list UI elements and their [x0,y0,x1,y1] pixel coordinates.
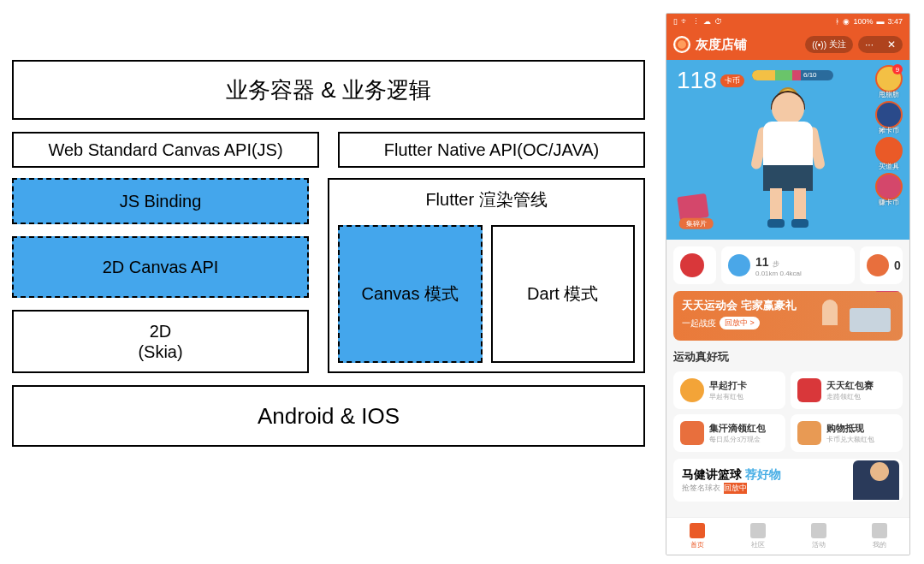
rank-card[interactable] [673,246,716,284]
debug-badge[interactable]: Debug [875,291,903,292]
activity-card[interactable]: 0 [860,246,903,284]
community-icon [750,523,766,538]
grid-item[interactable]: 集汗滴领红包每日瓜分3万现金 [673,414,785,452]
sim-icon: ▯ [673,17,678,26]
side-action-0[interactable]: 9 甩脂肪 [875,65,903,92]
alarm-icon [680,378,704,402]
promo-title-a: 马健讲篮球 [682,467,742,481]
person-icon [872,523,887,538]
tab-activity[interactable]: 活动 [788,518,849,555]
app-preview: ▯ ᯤ ⋮ ☁ ⏱ ᚼ ◉ 100% ▬ 3:47 灰度店铺 ((•)) 关注 … [666,13,910,555]
banner-illustration [822,294,899,337]
grid-sub: 每日瓜分3万现金 [709,435,766,444]
grid-sub: 卡币兑大额红包 [826,435,874,444]
grid-title: 早起打卡 [709,379,747,392]
status-left-icons: ▯ ᯤ ⋮ ☁ ⏱ [673,17,722,26]
activity-value: 0 [894,258,901,272]
tab-label: 我的 [873,540,886,549]
side-label: 摊卡币 [877,126,901,135]
promo-person-head [870,462,889,481]
arch-top: 业务容器 & 业务逻辑 [12,60,645,120]
arch-flutter-pipeline-title: Flutter 渲染管线 [425,188,547,211]
home-icon [690,523,705,538]
character-avatar[interactable] [741,92,835,229]
arch-skia-line2: (Skia) [138,341,182,362]
wifi-icon: ᯤ [681,17,689,26]
collect-chip[interactable]: 集碎片 [677,193,709,221]
footsteps-icon [728,254,750,276]
arch-canvas-mode: Canvas 模式 [338,225,483,363]
grid-item[interactable]: 购物抵现卡币兑大额红包 [791,414,903,452]
km-value: 0.01 [755,270,769,277]
steps-card[interactable]: 11 步 0.01km 0.4kcal [721,246,855,284]
tab-label: 活动 [812,540,826,549]
wallet-icon [680,421,704,445]
grid-item[interactable]: 早起打卡早起有红包 [673,371,785,409]
arch-web-api: Web Standard Canvas API(JS) [12,132,319,168]
score-badge: 卡币 [720,74,744,87]
grid-sub: 走路领红包 [826,392,874,401]
promo-title-b: 荐好物 [745,467,781,481]
mute-icon: ◉ [843,17,850,26]
grid-title: 购物抵现 [826,422,874,435]
close-button[interactable]: ✕ [880,36,903,53]
side-action-3[interactable]: 赚卡币 [875,173,903,200]
arch-skia: 2D (Skia) [12,310,309,373]
banner-sub: 一起战疫 [682,318,716,329]
tab-label: 社区 [751,540,765,549]
redpacket-icon [797,378,821,402]
score-value: 118 [677,67,717,94]
fun-sports-section: 运动真好玩 早起打卡早起有红包 天天红包赛走路领红包 集汗滴领红包每日瓜分3万现… [673,349,903,452]
promo-pill[interactable]: 回放中 [724,483,747,494]
side-label: 甩脂肪 [877,90,901,99]
arch-flutter-api: Flutter Native API(OC/JAVA) [338,132,645,168]
arch-js-binding: JS Binding [12,178,309,224]
steps-unit: 步 [773,260,779,268]
grid-title: 集汗滴领红包 [709,422,766,435]
follow-button[interactable]: ((•)) 关注 [805,36,853,53]
shopping-bag-icon [797,421,821,445]
arch-flutter-pipeline: Flutter 渲染管线 Canvas 模式 Dart 模式 [328,178,645,373]
more-button[interactable]: ··· [858,36,880,53]
broadcast-icon: ((•)) [812,40,826,50]
steps-value: 11 [755,255,769,269]
side-action-1[interactable]: 摊卡币 [875,101,903,128]
running-icon [867,254,889,276]
cloud-icon: ☁ [703,17,711,26]
tab-mine[interactable]: 我的 [849,518,909,555]
tab-label: 首页 [690,540,704,549]
bluetooth-icon: ᚼ [835,17,839,26]
stats-row: 11 步 0.01km 0.4kcal 0 [666,240,909,291]
time-text: 3:47 [887,17,903,26]
basketball-promo[interactable]: 马健讲篮球 荐好物 抢签名球衣 回放中 [673,459,903,502]
side-actions: 9 甩脂肪 摊卡币 买道具 赚卡币 [875,65,904,200]
score-display[interactable]: 118 卡币 [677,67,744,94]
nav-title: 灰度店铺 [696,37,800,53]
nav-bar: 灰度店铺 ((•)) 关注 ··· ✕ [666,29,909,60]
tab-community[interactable]: 社区 [727,518,788,555]
section-title: 运动真好玩 [673,349,903,365]
arch-dart-mode: Dart 模式 [491,225,636,363]
collect-chip-label: 集碎片 [679,218,714,229]
promo-sub: 抢签名球衣 [682,483,720,494]
tab-home[interactable]: 首页 [666,518,727,555]
side-action-2[interactable]: 买道具 [875,137,903,164]
side-label: 赚卡币 [877,198,901,207]
promo-banner[interactable]: Debug 天天运动会 宅家赢豪礼 一起战疫 回放中 > [673,291,903,341]
capsule-buttons: ··· ✕ [858,36,903,53]
progress-text: 6/10 [803,71,817,79]
arch-platform: Android & IOS [12,385,645,447]
avatar-icon [680,253,704,277]
architecture-diagram: 业务容器 & 业务逻辑 Web Standard Canvas API(JS) … [12,60,645,447]
battery-icon: ▬ [876,17,884,26]
banner-pill[interactable]: 回放中 > [720,317,760,329]
status-right-icons: ᚼ ◉ 100% ▬ 3:47 [835,17,903,26]
grid-item[interactable]: 天天红包赛走路领红包 [791,371,903,409]
arch-2d-canvas-api: 2D Canvas API [12,236,309,298]
progress-bar[interactable] [752,70,833,80]
shop-logo-icon[interactable] [673,36,690,53]
kcal-value: 0.4 [779,270,789,277]
feature-grid: 早起打卡早起有红包 天天红包赛走路领红包 集汗滴领红包每日瓜分3万现金 购物抵现… [673,371,903,452]
arch-skia-line1: 2D [150,321,172,341]
battery-text: 100% [853,17,873,26]
